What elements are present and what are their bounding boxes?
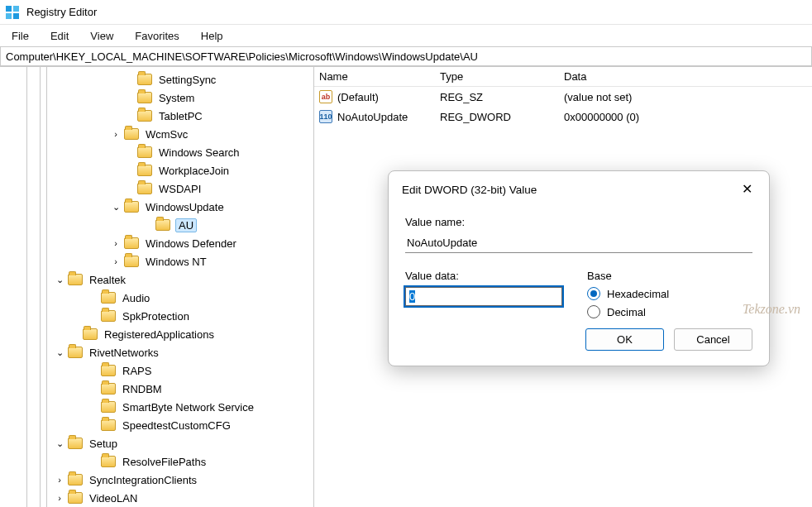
tree-node[interactable]: RNDBM bbox=[0, 380, 313, 398]
tree-node[interactable]: WSDAPI bbox=[0, 179, 313, 198]
chevron-down-icon[interactable]: ⌄ bbox=[53, 437, 66, 450]
menu-favorites[interactable]: Favorites bbox=[131, 27, 182, 45]
table-row[interactable]: 110NoAutoUpdateREG_DWORD0x00000000 (0) bbox=[314, 107, 812, 127]
folder-icon bbox=[101, 419, 116, 431]
table-row[interactable]: ab(Default)REG_SZ(value not set) bbox=[314, 87, 812, 107]
value-name: NoAutoUpdate bbox=[337, 111, 408, 123]
folder-icon bbox=[101, 292, 116, 304]
folder-icon bbox=[155, 219, 170, 231]
column-type[interactable]: Type bbox=[435, 69, 559, 84]
tree-node[interactable]: ›Windows Defender bbox=[0, 234, 313, 252]
tree-node[interactable]: TabletPC bbox=[0, 107, 313, 125]
tree-node-label: Audio bbox=[121, 292, 151, 304]
tree-node[interactable]: ›WcmSvc bbox=[0, 125, 313, 143]
value-data: (value not set) bbox=[559, 89, 812, 105]
value-name-input[interactable] bbox=[405, 233, 752, 253]
value-type: REG_DWORD bbox=[435, 109, 559, 125]
tree-view[interactable]: SettingSyncSystemTabletPC›WcmSvcWindows … bbox=[0, 67, 314, 507]
folder-icon bbox=[124, 201, 139, 213]
tree-node-label: RAPS bbox=[121, 365, 153, 377]
cancel-button[interactable]: Cancel bbox=[674, 328, 752, 351]
radio-dec-label: Decimal bbox=[607, 306, 646, 318]
menu-help[interactable]: Help bbox=[198, 27, 227, 45]
value-name: (Default) bbox=[337, 91, 379, 103]
tree-node-label: WSDAPI bbox=[157, 183, 203, 195]
tree-node[interactable]: Audio bbox=[0, 289, 313, 307]
ok-button[interactable]: OK bbox=[585, 328, 664, 351]
tree-node-label: SyncIntegrationClients bbox=[88, 474, 198, 486]
chevron-right-icon[interactable]: › bbox=[53, 473, 66, 486]
folder-icon bbox=[137, 165, 152, 176]
tree-node[interactable]: ›VideoLAN bbox=[0, 489, 313, 507]
tree-node[interactable]: Windows Search bbox=[0, 143, 313, 161]
folder-icon bbox=[68, 274, 83, 285]
folder-icon bbox=[68, 347, 83, 358]
radio-hex[interactable]: Hexadecimal bbox=[587, 287, 752, 300]
tree-node[interactable]: ›Windows NT bbox=[0, 252, 313, 270]
column-name[interactable]: Name bbox=[314, 69, 435, 84]
tree-node-label: ResolveFilePaths bbox=[121, 456, 208, 468]
menu-file[interactable]: File bbox=[8, 27, 32, 45]
folder-icon bbox=[68, 492, 83, 504]
tree-node-label: WcmSvc bbox=[144, 128, 189, 141]
tree-node[interactable]: SettingSync bbox=[0, 70, 313, 88]
chevron-right-icon[interactable]: › bbox=[109, 255, 122, 268]
expander-placeholder bbox=[122, 146, 136, 159]
tree-node[interactable]: RegisteredApplications bbox=[0, 325, 313, 343]
tree-node-label: Realtek bbox=[88, 274, 127, 286]
radio-hex-icon bbox=[587, 287, 600, 300]
value-data-label: Value data: bbox=[405, 270, 562, 282]
chevron-right-icon[interactable]: › bbox=[53, 491, 66, 505]
tree-node[interactable]: SmartByte Network Service bbox=[0, 398, 313, 416]
tree-node-label: SpeedtestCustomCFG bbox=[121, 419, 232, 432]
menu-edit[interactable]: Edit bbox=[47, 27, 72, 45]
tree-node-label: SmartByte Network Service bbox=[121, 401, 256, 414]
folder-icon bbox=[101, 456, 116, 467]
expander-placeholder bbox=[122, 91, 136, 104]
expander-placeholder bbox=[68, 328, 81, 341]
tree-node[interactable]: ⌄Realtek bbox=[0, 270, 313, 289]
tree-node-label: RivetNetworks bbox=[88, 347, 160, 359]
tree-node[interactable]: SpkProtection bbox=[0, 307, 313, 325]
folder-icon bbox=[68, 438, 83, 449]
expander-placeholder bbox=[86, 364, 99, 377]
tree-node[interactable]: ⌄WindowsUpdate bbox=[0, 198, 313, 216]
tree-node-label: RegisteredApplications bbox=[103, 328, 216, 341]
tree-node[interactable]: ›SyncIntegrationClients bbox=[0, 471, 313, 489]
folder-icon bbox=[124, 237, 139, 249]
tree-node[interactable]: WorkplaceJoin bbox=[0, 161, 313, 179]
value-name-label: Value name: bbox=[405, 216, 752, 228]
tree-node[interactable]: SpeedtestCustomCFG bbox=[0, 416, 313, 434]
tree-node[interactable]: ⌄RivetNetworks bbox=[0, 343, 313, 361]
chevron-down-icon[interactable]: ⌄ bbox=[109, 200, 122, 213]
folder-icon bbox=[101, 383, 116, 395]
radio-hex-label: Hexadecimal bbox=[607, 288, 669, 300]
tree-node[interactable]: System bbox=[0, 88, 313, 107]
tree-node[interactable]: ⌄Setup bbox=[0, 434, 313, 452]
folder-icon bbox=[124, 128, 139, 140]
tree-node-label: VideoLAN bbox=[88, 492, 139, 505]
address-bar[interactable]: Computer\HKEY_LOCAL_MACHINE\SOFTWARE\Pol… bbox=[0, 46, 812, 66]
tree-node-label: Windows NT bbox=[144, 256, 208, 268]
edit-dword-dialog: Edit DWORD (32-bit) Value ✕ Value name: … bbox=[388, 170, 770, 366]
close-icon[interactable]: ✕ bbox=[737, 179, 757, 199]
tree-node[interactable]: ResolveFilePaths bbox=[0, 452, 313, 471]
chevron-right-icon[interactable]: › bbox=[109, 127, 122, 141]
radio-dec[interactable]: Decimal bbox=[587, 305, 752, 318]
folder-icon bbox=[137, 74, 152, 85]
expander-placeholder bbox=[141, 218, 154, 232]
expander-placeholder bbox=[86, 400, 99, 414]
chevron-down-icon[interactable]: ⌄ bbox=[53, 273, 66, 286]
value-data-input[interactable] bbox=[405, 287, 562, 306]
chevron-down-icon[interactable]: ⌄ bbox=[53, 346, 66, 359]
list-header: Name Type Data bbox=[314, 67, 812, 87]
tree-node-label: Windows Defender bbox=[144, 237, 238, 250]
tree-node[interactable]: RAPS bbox=[0, 361, 313, 380]
folder-icon bbox=[101, 365, 116, 376]
tree-node[interactable]: AU bbox=[0, 216, 313, 234]
menu-view[interactable]: View bbox=[87, 27, 117, 45]
reg-dword-icon: 110 bbox=[319, 110, 332, 123]
chevron-right-icon[interactable]: › bbox=[109, 237, 122, 250]
folder-icon bbox=[137, 92, 152, 103]
column-data[interactable]: Data bbox=[559, 69, 812, 84]
